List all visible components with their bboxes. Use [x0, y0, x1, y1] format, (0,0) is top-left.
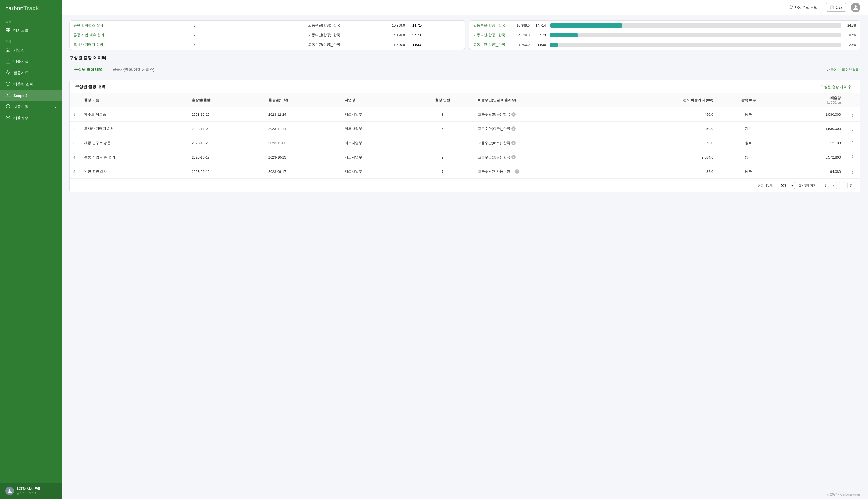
trip-link[interactable]: 홍콩 사업 제휴 협의 — [73, 33, 104, 37]
people: 8 — [411, 107, 474, 122]
trip-name: 홍콩 사업 제휴 협의 — [80, 150, 188, 165]
info-icon[interactable]: i — [515, 169, 519, 174]
bar-fill — [550, 33, 578, 37]
top-table-card: 뉴욕 컨퍼런스 참석 9 교통수단(항공)_한국 10,899.0 14.714… — [70, 21, 465, 50]
roundtrip: 왕복 — [717, 107, 780, 122]
th-emission: 배출량kgCO2-eq — [780, 93, 845, 107]
more-button[interactable]: ⋮ — [848, 139, 856, 146]
page-last-button[interactable]: ⟩⟩ — [847, 182, 855, 189]
row-actions: ⋮ — [845, 165, 860, 179]
emission-factor-icon — [5, 115, 11, 121]
topbar-avatar[interactable] — [851, 3, 860, 12]
sidebar-item-emission-facility[interactable]: 배출시설 — [0, 56, 62, 67]
dashboard-icon — [5, 28, 11, 34]
time-value: 1:27 — [836, 5, 842, 9]
clock-icon: 🕐 — [830, 5, 834, 9]
bar-label[interactable]: 교통수단(항공)_한국 — [473, 42, 511, 47]
add-trip-button[interactable]: 구성원 출장 내역 추가 — [820, 85, 855, 89]
page-next-button[interactable]: ⟩ — [839, 182, 845, 189]
bar-label[interactable]: 교통수단(항공)_한국 — [473, 23, 511, 28]
trips-table: 출장 이름 출장일(출발) 출장일(도착) 사업장 출장 인원 이동수단(연결 … — [70, 93, 860, 179]
value-cell: 14.714 — [409, 21, 465, 31]
tabs-container: 구성원 출장 내역 공급사(출장/여객 서비스) 배출게수 라이브러리 — [70, 64, 860, 75]
emission-view-icon — [5, 81, 11, 87]
app-logo: carbon Track — [0, 0, 62, 17]
depart-date: 2023-10-28 — [188, 136, 265, 150]
count-cell: 9 — [190, 21, 219, 31]
table-row: 4 홍콩 사업 제휴 협의 2023-10-17 2023-10-23 제조사업… — [70, 150, 860, 165]
auto-collect-label: 자동 수집 작업 — [794, 5, 817, 10]
auto-collect-button[interactable]: 자동 수집 작업 — [785, 3, 821, 12]
main-area: 자동 수집 작업 🕐 1:27 뉴욕 컨퍼런스 참석 9 교통수단(항공)_한국… — [62, 0, 868, 499]
bar-val2: 5.573 — [532, 33, 546, 37]
workplace: 제조사업부 — [341, 122, 411, 136]
distance: 850.0 — [611, 122, 717, 136]
th-people: 출장 인원 — [411, 93, 474, 107]
method: 교통수단(항공)_한국 i — [474, 107, 611, 122]
sidebar-item-auto-collect[interactable]: 자동수집 ∨ — [0, 101, 62, 112]
tab-supplier[interactable]: 공급사(출장/여객 서비스) — [108, 64, 160, 75]
info-icon[interactable]: i — [512, 155, 516, 159]
th-workplace: 사업장 — [341, 93, 411, 107]
bar-label[interactable]: 교통수단(항공)_한국 — [473, 33, 511, 37]
table-header-row: 출장 이름 출장일(출발) 출장일(도착) 사업장 출장 인원 이동수단(연결 … — [70, 93, 860, 107]
people: 9 — [411, 150, 474, 165]
bar-pct: 9.4% — [846, 33, 856, 37]
sidebar-item-dashboard[interactable]: 대시보드 — [0, 25, 62, 36]
emission: 94.080 — [780, 165, 845, 179]
th-name: 출장 이름 — [80, 93, 188, 107]
row-num: 4 — [70, 150, 80, 165]
bar-fill — [550, 43, 558, 47]
th-actions — [845, 93, 860, 107]
more-button[interactable]: ⋮ — [848, 111, 856, 118]
row-num: 3 — [70, 136, 80, 150]
trip-link[interactable]: 오사카 거래처 회의 — [73, 43, 103, 47]
inner-card-title: 구성원 출장 내역 — [75, 84, 105, 89]
sidebar-item-emission-facility-label: 배출시설 — [13, 59, 28, 64]
table-row: 오사카 거래처 회의 6 교통수단(항공)_한국 1,700.0 1.530 — [70, 40, 465, 50]
bar-row: 교통수단(항공)_한국 1,700.0 1.530 2.6% — [469, 40, 860, 50]
sidebar-footer: 1공장 사시 관리 클라이스테이지 — [0, 483, 62, 499]
sidebar-item-emission-view[interactable]: 배출량 조회 — [0, 78, 62, 90]
more-button[interactable]: ⋮ — [848, 168, 856, 175]
sidebar-item-emission-factor[interactable]: 배출계수 — [0, 112, 62, 124]
trip-link[interactable]: 뉴욕 컨퍼런스 참석 — [73, 23, 103, 27]
sidebar-item-workplace[interactable]: 사업장 — [0, 45, 62, 56]
info-icon[interactable]: i — [512, 141, 516, 145]
sidebar-item-dashboard-label: 대시보드 — [13, 28, 28, 33]
distance: 32.0 — [611, 165, 717, 179]
more-button[interactable]: ⋮ — [848, 154, 856, 161]
bar-val2: 1.530 — [532, 43, 546, 47]
emission: 5,572.800 — [780, 150, 845, 165]
th-num — [70, 93, 80, 107]
method: 교통수단(버스)_한국 i — [474, 136, 611, 150]
page-prev-button[interactable]: ⟨ — [831, 182, 837, 189]
logo-carbon: carbon — [5, 5, 23, 12]
bar-track — [550, 23, 841, 28]
page-size-select[interactable]: 5개 10개 20개 — [778, 182, 795, 189]
user-avatar — [5, 487, 14, 495]
tab-action-library[interactable]: 배출게수 라이브러리 — [827, 67, 860, 72]
workplace: 제조사업부 — [341, 150, 411, 165]
scope3-icon: 3 — [5, 93, 11, 98]
distance: 450.0 — [611, 107, 717, 122]
page-first-button[interactable]: ⟨⟨ — [821, 182, 829, 189]
info-icon[interactable]: i — [512, 126, 516, 131]
sidebar-item-activity-data[interactable]: 활동자료 — [0, 67, 62, 78]
emission-facility-icon — [5, 59, 11, 64]
bar-val1: 1,700.0 — [514, 43, 530, 47]
page-info: 1 - 3페이지 — [799, 183, 817, 188]
people: 6 — [411, 122, 474, 136]
workplace-icon — [5, 47, 11, 53]
more-button[interactable]: ⋮ — [848, 125, 856, 132]
topbar: 자동 수집 작업 🕐 1:27 — [62, 0, 868, 15]
method-cell: 교통수단(항공)_한국 — [219, 40, 344, 50]
svg-rect-3 — [9, 31, 10, 32]
sidebar-item-scope3[interactable]: 3 Scope 3 — [0, 90, 62, 101]
info-icon[interactable]: i — [512, 112, 516, 117]
distance: 73.0 — [611, 136, 717, 150]
row-actions: ⋮ — [845, 107, 860, 122]
count-cell: 9 — [190, 31, 219, 40]
arrive-date: 2023-10-23 — [265, 150, 341, 165]
tab-member[interactable]: 구성원 출장 내역 — [70, 64, 108, 75]
